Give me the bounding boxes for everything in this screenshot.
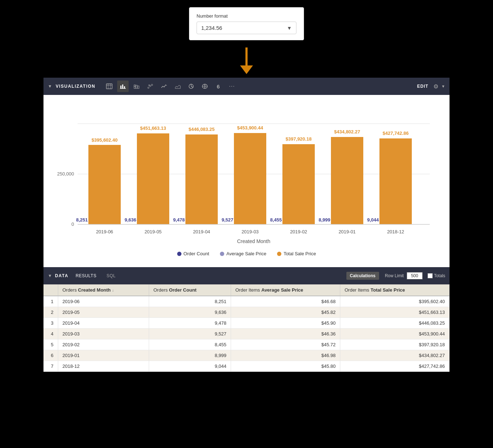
data-table-container: Orders Created Month ↓ Orders Order Coun…	[43, 284, 450, 372]
svg-rect-0	[106, 84, 112, 89]
svg-text:9,636: 9,636	[125, 217, 137, 223]
row-number: 1	[43, 296, 58, 307]
more-icon-btn[interactable]: ···	[226, 81, 238, 92]
svg-text:9,478: 9,478	[173, 217, 185, 223]
pie-icon-btn[interactable]	[185, 81, 197, 92]
th-row-num	[43, 284, 58, 296]
edit-button[interactable]: EDIT	[417, 84, 428, 89]
chart-legend: Order Count Average Sale Price Total Sal…	[54, 247, 439, 264]
svg-text:2019-01: 2019-01	[338, 229, 356, 234]
cell-month: 2019-01	[58, 350, 149, 361]
chart-area: 250,000 0 $395,602.40 8,251 $451,663.13 …	[43, 95, 450, 267]
table-row: 2 2019-05 9,636 $45.82 $451,663.13	[43, 307, 450, 318]
table-row: 7 2018-12 9,044 $45.80 $427,742.86	[43, 361, 450, 372]
cell-order-count: 8,999	[149, 350, 231, 361]
cell-order-count: 8,251	[149, 296, 231, 307]
svg-text:8,999: 8,999	[319, 217, 331, 223]
results-table: Orders Created Month ↓ Orders Order Coun…	[43, 284, 450, 372]
svg-rect-9	[134, 85, 135, 86]
arrow-head	[240, 65, 253, 74]
scatter-icon-btn[interactable]	[144, 81, 156, 92]
table-row: 3 2019-04 9,478 $45.90 $446,083.25	[43, 318, 450, 329]
svg-rect-4	[120, 86, 121, 88]
bar-2019-02	[282, 144, 315, 224]
svg-text:9,044: 9,044	[367, 217, 379, 223]
svg-text:Created Month: Created Month	[237, 238, 271, 244]
cell-month: 2018-12	[58, 361, 149, 372]
th-avg-sale-price[interactable]: Order Items Average Sale Price	[231, 284, 340, 296]
legend-order-count: Order Count	[177, 251, 209, 256]
map-icon-btn[interactable]	[199, 81, 211, 92]
bar-2019-01	[331, 137, 363, 224]
sort-icon-created-month[interactable]: ↓	[112, 288, 114, 292]
viz-collapse-toggle[interactable]: ▼	[48, 84, 52, 89]
cell-avg-price: $46.98	[231, 350, 340, 361]
number-format-label: Number format	[197, 13, 296, 19]
bar-chart-svg: 250,000 0 $395,602.40 8,251 $451,663.13 …	[54, 102, 439, 246]
cell-total-price: $451,663.13	[340, 307, 449, 318]
cell-avg-price: $45.90	[231, 318, 340, 329]
svg-line-18	[191, 86, 193, 87]
down-arrow	[240, 47, 253, 74]
totals-text: Totals	[434, 273, 445, 278]
th-created-month-bold: Created Month	[78, 287, 111, 293]
stacked-bar-icon-btn[interactable]	[131, 81, 142, 92]
data-collapse-toggle[interactable]: ▼	[48, 273, 52, 278]
main-content: ▼ VISUALIZATION	[43, 78, 450, 372]
svg-text:2018-12: 2018-12	[387, 229, 404, 234]
area-icon-btn[interactable]	[172, 81, 183, 92]
svg-text:2019-04: 2019-04	[193, 229, 210, 234]
row-limit-input[interactable]	[407, 272, 423, 279]
svg-point-14	[151, 84, 153, 86]
cell-avg-price: $46.68	[231, 296, 340, 307]
th-total-sale-price[interactable]: Order Items Total Sale Price	[340, 284, 449, 296]
svg-rect-11	[138, 86, 139, 88]
bar-2019-05	[137, 133, 169, 224]
table-row: 5 2019-02 8,455 $45.72 $397,920.18	[43, 339, 450, 350]
svg-text:$434,802.27: $434,802.27	[334, 129, 360, 134]
cell-avg-price: $45.82	[231, 307, 340, 318]
number-format-select[interactable]: 1,234.56 ▼	[197, 22, 296, 34]
line-icon-btn[interactable]	[158, 81, 170, 92]
cell-total-price: $446,083.25	[340, 318, 449, 329]
svg-rect-5	[122, 84, 123, 88]
cell-total-price: $453,900.44	[340, 329, 449, 339]
calculations-button[interactable]: Calculations	[346, 272, 379, 280]
th-created-month[interactable]: Orders Created Month ↓	[58, 284, 149, 296]
cell-total-price: $434,802.27	[340, 350, 449, 361]
cell-avg-price: $46.36	[231, 329, 340, 339]
settings-dropdown-icon[interactable]: ▼	[441, 84, 445, 88]
cell-month: 2019-04	[58, 318, 149, 329]
th-order-count[interactable]: Orders Order Count	[149, 284, 231, 296]
svg-text:0: 0	[72, 221, 74, 227]
totals-checkbox[interactable]	[428, 273, 433, 278]
legend-total-sale-price: Total Sale Price	[277, 251, 316, 256]
svg-text:$451,663.13: $451,663.13	[140, 125, 166, 131]
svg-text:8,455: 8,455	[270, 217, 282, 223]
tab-results[interactable]: RESULTS	[71, 272, 101, 280]
cell-order-count: 9,636	[149, 307, 231, 318]
bar-chart-icon-btn[interactable]	[117, 81, 129, 92]
th-total-sale-price-bold: Total Sale Price	[370, 287, 405, 293]
table-row: 1 2019-06 8,251 $46.68 $395,602.40	[43, 296, 450, 307]
tab-sql[interactable]: SQL	[102, 272, 120, 280]
data-title: DATA	[55, 273, 69, 278]
settings-icon[interactable]: ⚙	[433, 83, 438, 90]
totals-label: Totals	[428, 273, 445, 278]
svg-point-15	[148, 85, 149, 86]
table-icon-btn[interactable]	[103, 81, 115, 92]
cell-month: 2019-05	[58, 307, 149, 318]
cell-avg-price: $45.80	[231, 361, 340, 372]
legend-label-total-sale-price: Total Sale Price	[284, 251, 316, 256]
number-viz-icon-btn[interactable]: 6	[213, 81, 224, 92]
svg-text:250,000: 250,000	[57, 171, 74, 177]
bar-2019-03	[234, 133, 266, 224]
bar-2019-04	[185, 134, 218, 224]
svg-text:$427,742.86: $427,742.86	[383, 131, 409, 136]
svg-text:9,527: 9,527	[222, 217, 234, 223]
chevron-down-icon: ▼	[287, 25, 292, 31]
row-number: 6	[43, 350, 58, 361]
svg-rect-6	[124, 86, 125, 88]
row-number: 5	[43, 339, 58, 350]
table-row: 6 2019-01 8,999 $46.98 $434,802.27	[43, 350, 450, 361]
